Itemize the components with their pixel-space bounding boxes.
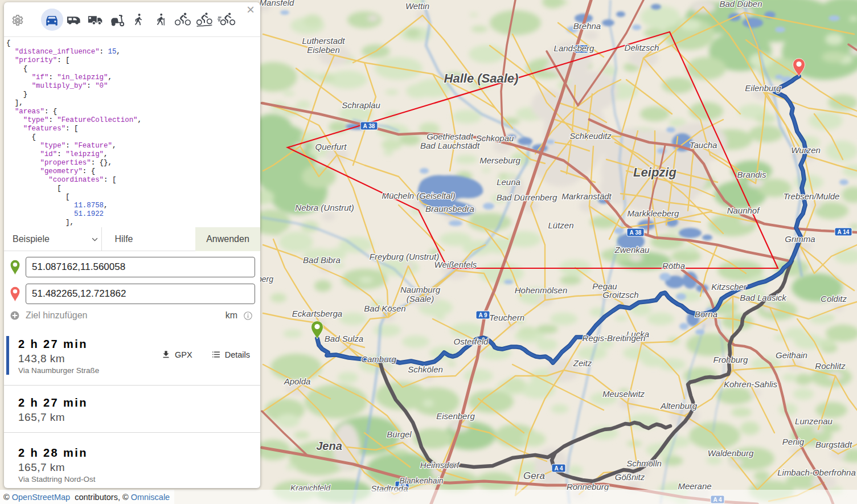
svg-text:Meuselwitz: Meuselwitz — [602, 389, 645, 399]
svg-text:Limbach-Oberfrohna: Limbach-Oberfrohna — [777, 468, 856, 477]
svg-text:Apolda: Apolda — [284, 376, 311, 386]
svg-text:Naunhof: Naunhof — [727, 206, 761, 215]
svg-text:Schkölen: Schkölen — [408, 364, 443, 374]
svg-text:Kohren-Sahlis: Kohren-Sahlis — [724, 379, 778, 389]
svg-text:Bad Lauchstädt: Bad Lauchstädt — [420, 141, 480, 150]
svg-text:Lunzenau: Lunzenau — [795, 416, 833, 426]
svg-text:A 38: A 38 — [363, 123, 375, 129]
svg-text:Wettin: Wettin — [405, 1, 429, 11]
svg-text:Brehna: Brehna — [573, 21, 601, 31]
svg-text:Lützen: Lützen — [548, 220, 573, 230]
svg-text:Osterfeld: Osterfeld — [454, 337, 489, 346]
svg-text:Mansfeld: Mansfeld — [260, 0, 295, 7]
svg-text:Grimma: Grimma — [785, 234, 815, 244]
svg-text:Eisleben: Eisleben — [307, 45, 340, 55]
svg-text:Braunsbedra: Braunsbedra — [425, 204, 474, 214]
svg-text:Rochlitz: Rochlitz — [815, 361, 846, 371]
svg-text:A 9: A 9 — [478, 312, 487, 318]
svg-text:(Saale): (Saale) — [407, 294, 434, 304]
svg-text:Teuchern: Teuchern — [489, 313, 524, 322]
svg-text:Querfurt: Querfurt — [315, 142, 347, 151]
svg-text:Trebsen/Mulde: Trebsen/Mulde — [784, 191, 840, 201]
svg-text:Lutherstadt: Lutherstadt — [302, 36, 345, 46]
svg-text:Eckartsberga: Eckartsberga — [292, 309, 342, 318]
svg-text:Freyburg (Unstrut): Freyburg (Unstrut) — [370, 252, 440, 261]
svg-text:Bad Düben: Bad Düben — [719, 0, 762, 9]
svg-text:Groitzsch: Groitzsch — [602, 290, 638, 300]
svg-text:Hohenmölsen: Hohenmölsen — [515, 285, 568, 295]
svg-text:Naumburg: Naumburg — [400, 285, 441, 294]
svg-text:Leipzig: Leipzig — [633, 165, 676, 179]
svg-text:Borna: Borna — [695, 309, 717, 319]
svg-text:Gößnitz: Gößnitz — [615, 472, 645, 482]
svg-text:Zeitz: Zeitz — [573, 358, 592, 368]
svg-text:Bad Lausick: Bad Lausick — [740, 293, 787, 302]
svg-text:Bad Dürrenberg: Bad Dürrenberg — [497, 192, 557, 202]
svg-text:Heimsdorf: Heimsdorf — [420, 460, 460, 470]
svg-text:Weißenfels: Weißenfels — [434, 260, 477, 269]
svg-text:Brandis: Brandis — [737, 170, 766, 179]
svg-text:A 14: A 14 — [838, 229, 850, 235]
svg-text:Markranstädt: Markranstädt — [561, 191, 612, 201]
svg-text:Schkopau: Schkopau — [476, 133, 514, 143]
svg-text:Taucha: Taucha — [690, 140, 717, 150]
svg-text:Schkeuditz: Schkeuditz — [569, 131, 612, 141]
svg-text:Kitzscher: Kitzscher — [711, 282, 747, 292]
svg-text:Blankenhain: Blankenhain — [399, 476, 443, 485]
svg-text:Nebra (Unstrut): Nebra (Unstrut) — [295, 203, 354, 212]
svg-text:Halle (Saale): Halle (Saale) — [444, 71, 519, 85]
svg-text:Mücheln (Geiseltal): Mücheln (Geiseltal) — [382, 191, 455, 200]
svg-text:Burgstädt: Burgstädt — [815, 440, 852, 449]
svg-text:A 38: A 38 — [630, 230, 642, 236]
svg-text:Bürgel: Bürgel — [387, 429, 412, 439]
svg-text:Goethestadt: Goethestadt — [427, 132, 474, 141]
svg-text:Bad Bibra: Bad Bibra — [303, 255, 341, 265]
svg-text:Bad Kösen: Bad Kösen — [364, 304, 405, 313]
svg-text:Gera: Gera — [523, 470, 545, 481]
svg-text:Delitzsch: Delitzsch — [625, 43, 659, 52]
svg-text:Merseburg: Merseburg — [479, 155, 520, 165]
svg-text:Eilenburg: Eilenburg — [745, 83, 781, 93]
svg-text:Schmölln: Schmölln — [626, 458, 662, 468]
svg-text:Camburg: Camburg — [361, 354, 396, 364]
svg-text:Jena: Jena — [316, 440, 342, 452]
svg-text:Regis-Breitingen: Regis-Breitingen — [583, 333, 646, 343]
svg-text:Zwenkau: Zwenkau — [614, 245, 650, 255]
svg-text:Markkleeberg: Markkleeberg — [628, 208, 680, 218]
svg-text:Rötha: Rötha — [662, 261, 685, 271]
svg-text:Penig: Penig — [782, 437, 805, 446]
svg-text:A 4: A 4 — [554, 465, 563, 472]
svg-text:Frohburg: Frohburg — [714, 355, 749, 364]
svg-text:Geithain: Geithain — [776, 350, 807, 360]
svg-text:Waldenburg: Waldenburg — [708, 448, 754, 458]
svg-text:Bad Sulza: Bad Sulza — [325, 334, 363, 343]
svg-text:Leuna: Leuna — [497, 177, 520, 187]
svg-text:Altenburg: Altenburg — [660, 401, 698, 411]
svg-text:Landsberg: Landsberg — [554, 43, 595, 53]
svg-text:Wurzen: Wurzen — [791, 145, 821, 155]
svg-text:Eisenberg: Eisenberg — [436, 411, 475, 421]
svg-text:Schraplau: Schraplau — [342, 100, 380, 110]
svg-text:Colditz: Colditz — [821, 294, 847, 304]
